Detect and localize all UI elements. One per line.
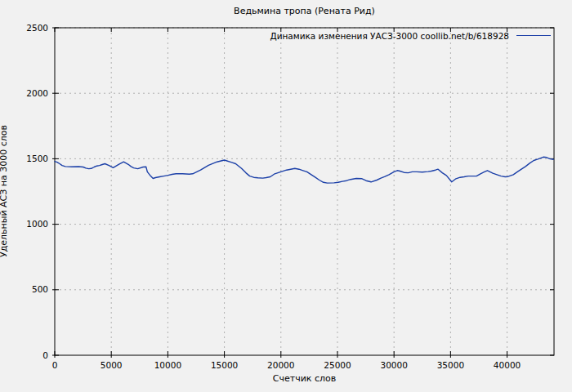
x-tick-label: 25000 [324, 360, 351, 370]
x-tick-label: 0 [52, 360, 58, 370]
legend: Динамика изменения УАСЗ-3000 coollib.net… [270, 29, 551, 42]
y-axis-title-text: Удельный АСЗ на 3000 слов [0, 125, 9, 257]
legend-line-sample-icon [516, 35, 551, 36]
x-tick-label: 15000 [211, 360, 238, 370]
x-axis-title: Счетчик слов [55, 373, 554, 384]
plot-border [55, 28, 554, 355]
x-tick-label: 20000 [267, 360, 294, 370]
y-tick-label: 1000 [26, 219, 48, 229]
legend-series-label: Динамика изменения УАСЗ-3000 coollib.net… [270, 31, 509, 41]
y-tick-label: 500 [32, 284, 48, 294]
y-tick-label: 0 [42, 350, 48, 360]
chart-canvas: 0500100015002000250005000100001500020000… [0, 0, 572, 392]
x-tick-label: 5000 [101, 360, 123, 370]
x-tick-label: 10000 [154, 360, 181, 370]
x-tick-label: 40000 [494, 360, 521, 370]
chart-window: 0500100015002000250005000100001500020000… [0, 0, 572, 392]
chart-title: Ведьмина тропа (Рената Рид) [55, 6, 554, 16]
y-tick-label: 1500 [26, 154, 48, 163]
y-tick-label: 2000 [26, 88, 48, 98]
y-tick-label: 2500 [26, 23, 48, 33]
x-tick-label: 30000 [380, 360, 407, 370]
x-tick-label: 35000 [437, 360, 464, 370]
data-line [55, 157, 553, 183]
